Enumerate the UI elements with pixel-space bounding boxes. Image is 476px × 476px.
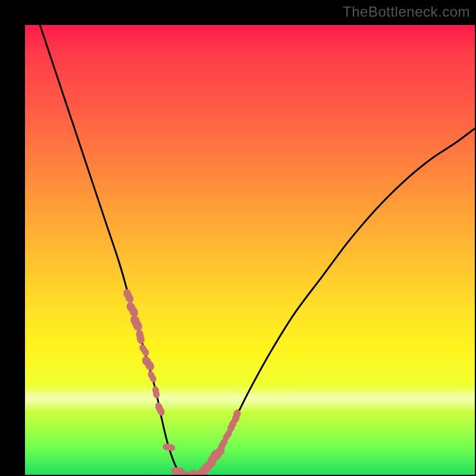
chart-stage: TheBottleneck.com xyxy=(0,0,476,476)
data-marker xyxy=(125,300,140,318)
bottleneck-curve xyxy=(39,25,475,475)
data-marker xyxy=(146,370,158,384)
data-marker xyxy=(140,355,156,372)
data-marker xyxy=(138,343,151,358)
curve-svg xyxy=(25,25,475,475)
data-marker xyxy=(152,386,161,399)
watermark-text: TheBottleneck.com xyxy=(343,4,470,20)
data-markers xyxy=(122,288,242,475)
data-marker xyxy=(122,288,135,304)
data-marker xyxy=(154,402,166,417)
plot-area xyxy=(25,25,475,475)
data-marker xyxy=(129,314,144,333)
data-marker xyxy=(135,329,145,345)
data-marker xyxy=(162,443,176,451)
